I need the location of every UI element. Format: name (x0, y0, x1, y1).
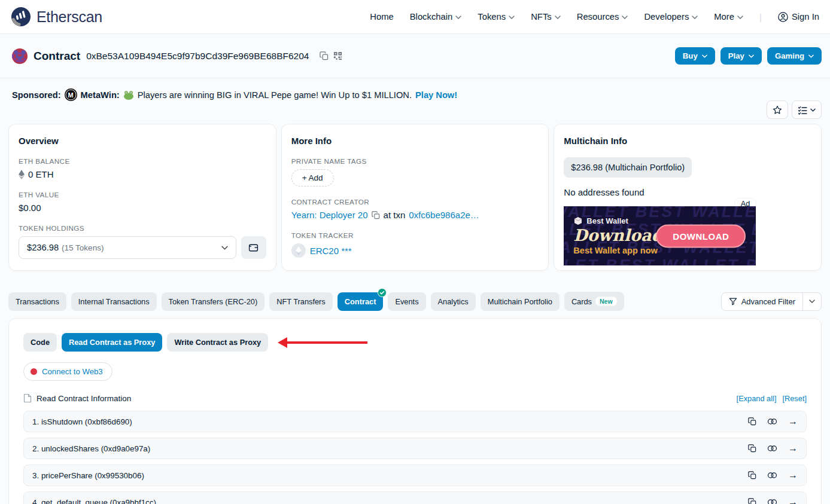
chevron-down-icon (692, 16, 698, 19)
arrow-right-icon[interactable]: → (788, 497, 798, 504)
nav-item-blockchain[interactable]: Blockchain (410, 12, 462, 22)
token-holdings-select[interactable]: $236.98 (15 Tokens) (19, 236, 236, 259)
tab-token-transfers[interactable]: Token Transfers (ERC-20) (162, 292, 265, 311)
more-info-title: More Info (291, 136, 539, 146)
method-row-isShutdown[interactable]: 1. isShutdown (0xbf86d690) → (23, 411, 807, 432)
subtab-write-contract-as-proxy[interactable]: Write Contract as Proxy (167, 333, 268, 352)
verified-check-icon (378, 288, 387, 297)
contract-panel: Code Read Contract as Proxy Write Contra… (8, 318, 822, 504)
eth-balance-value: 0 ETH (28, 169, 54, 179)
best-wallet-logo-icon (573, 216, 583, 225)
nav-item-developers[interactable]: Developers (644, 12, 698, 22)
checklist-icon (798, 105, 807, 115)
tab-transactions[interactable]: Transactions (8, 292, 66, 311)
eth-value: $0.00 (19, 203, 41, 213)
play-button[interactable]: Play (720, 47, 762, 65)
chevron-down-icon (810, 108, 816, 112)
address-identicon (12, 48, 28, 64)
arrow-right-icon[interactable]: → (788, 471, 798, 480)
nav-item-tokens[interactable]: Tokens (478, 12, 515, 22)
metawin-logo-icon: M (65, 88, 77, 101)
copy-icon[interactable] (372, 211, 380, 219)
tab-multichain-portfolio[interactable]: Multichain Portfolio (481, 292, 560, 311)
private-name-tags-label: PRIVATE NAME TAGS (291, 157, 539, 165)
chevron-down-icon (809, 300, 815, 303)
wallet-button[interactable] (241, 236, 266, 259)
etherscan-logo[interactable]: Etherscan (11, 7, 102, 27)
sign-in-button[interactable]: Sign In (778, 12, 819, 22)
link-icon[interactable] (767, 472, 777, 479)
arrow-right-icon[interactable]: → (788, 417, 798, 426)
reset-link[interactable]: [Reset] (782, 394, 807, 403)
checklist-menu-button[interactable] (792, 100, 822, 119)
overview-title: Overview (19, 136, 266, 146)
tab-cards[interactable]: Cards New (564, 292, 624, 311)
tab-contract[interactable]: Contract (338, 292, 384, 311)
creator-link[interactable]: Yearn: Deployer 20 (291, 210, 368, 220)
chevron-down-icon (555, 16, 561, 19)
page-title: Contract (34, 50, 80, 63)
copy-icon[interactable] (748, 444, 756, 453)
copy-address-button[interactable] (317, 49, 331, 63)
tab-nft-transfers[interactable]: NFT Transfers (269, 292, 333, 311)
method-row-pricePerShare[interactable]: 3. pricePerShare (0x99530b06) → (23, 465, 807, 486)
ad-subheadline: Best Wallet app now (573, 246, 662, 255)
buy-button[interactable]: Buy (675, 47, 715, 65)
token-tracker-link[interactable]: ERC20 *** (310, 246, 352, 256)
ad-headline: Download (573, 227, 662, 244)
contract-address: 0xBe53A109B494E5c9f97b9Cd39Fe969BE68BF62… (86, 51, 309, 62)
sponsored-prefix: Sponsored: (12, 90, 61, 100)
creation-txn-link[interactable]: 0xfc6be986a2e… (409, 210, 479, 220)
overview-card: Overview ETH BALANCE 0 ETH ETH VALUE $0.… (8, 124, 276, 271)
eth-diamond-icon (19, 170, 25, 179)
chevron-down-icon (622, 16, 628, 19)
star-icon (773, 105, 782, 115)
nav-item-home[interactable]: Home (370, 12, 393, 22)
token-holdings-label: TOKEN HOLDINGS (19, 224, 266, 232)
advanced-filter-button[interactable]: Advanced Filter (722, 293, 802, 310)
method-row-unlockedShares[interactable]: 2. unlockedShares (0xd9a0e97a) → (23, 438, 807, 459)
arrow-right-icon[interactable]: → (788, 444, 798, 453)
nav-divider: | (759, 12, 762, 22)
connect-to-web3-button[interactable]: Connect to Web3 (23, 362, 113, 381)
disconnected-dot-icon (31, 368, 37, 375)
copy-icon[interactable] (748, 498, 756, 504)
method-row-get_default_queue[interactable]: 4. get_default_queue (0xa9bbf1cc) → (23, 491, 807, 504)
link-icon[interactable] (767, 499, 777, 504)
wallet-icon (248, 243, 259, 253)
subtab-read-contract-as-proxy[interactable]: Read Contract as Proxy (62, 333, 162, 352)
chevron-down-icon (702, 54, 707, 58)
main-nav: Home Blockchain Tokens NFTs Resources De… (370, 12, 819, 22)
add-name-tag-button[interactable]: + Add (291, 169, 334, 187)
ad-download-button[interactable]: DOWNLOAD (656, 224, 746, 248)
qr-code-icon (333, 51, 342, 60)
ad-brand-name: Best Wallet (586, 216, 628, 225)
expand-all-link[interactable]: [Expand all] (737, 394, 777, 403)
token-logo-icon (291, 243, 306, 258)
advanced-filter-dropdown[interactable] (802, 293, 821, 310)
best-wallet-ad[interactable]: WALLET BEST WALLET BEST WALLET BEST WALL… (564, 206, 756, 265)
link-icon[interactable] (767, 418, 777, 425)
document-icon (23, 393, 32, 403)
main-tabs: Transactions Internal Transactions Token… (0, 292, 830, 311)
tab-internal-transactions[interactable]: Internal Transactions (71, 292, 157, 311)
nav-item-resources[interactable]: Resources (577, 12, 628, 22)
qr-code-button[interactable] (331, 49, 345, 63)
favorite-button[interactable] (767, 100, 788, 119)
multichain-portfolio-badge[interactable]: $236.98 (Multichain Portfolio) (564, 157, 692, 178)
copy-icon[interactable] (748, 417, 756, 426)
copy-icon[interactable] (748, 471, 756, 479)
subtab-code[interactable]: Code (23, 333, 57, 352)
play-now-link[interactable]: Play Now! (415, 90, 457, 100)
info-cards: Overview ETH BALANCE 0 ETH ETH VALUE $0.… (0, 124, 830, 271)
tab-events[interactable]: Events (388, 292, 425, 311)
brand-name: Etherscan (37, 8, 102, 26)
etherscan-logo-icon (11, 7, 31, 27)
nav-item-more[interactable]: More (714, 12, 743, 22)
nav-item-nfts[interactable]: NFTs (531, 12, 561, 22)
link-icon[interactable] (767, 445, 777, 452)
tab-analytics[interactable]: Analytics (431, 292, 476, 311)
gaming-button[interactable]: Gaming (767, 47, 822, 65)
more-info-card: More Info PRIVATE NAME TAGS + Add CONTRA… (281, 124, 549, 271)
read-methods-list: 1. isShutdown (0xbf86d690) → 2. unlocked… (23, 411, 807, 504)
